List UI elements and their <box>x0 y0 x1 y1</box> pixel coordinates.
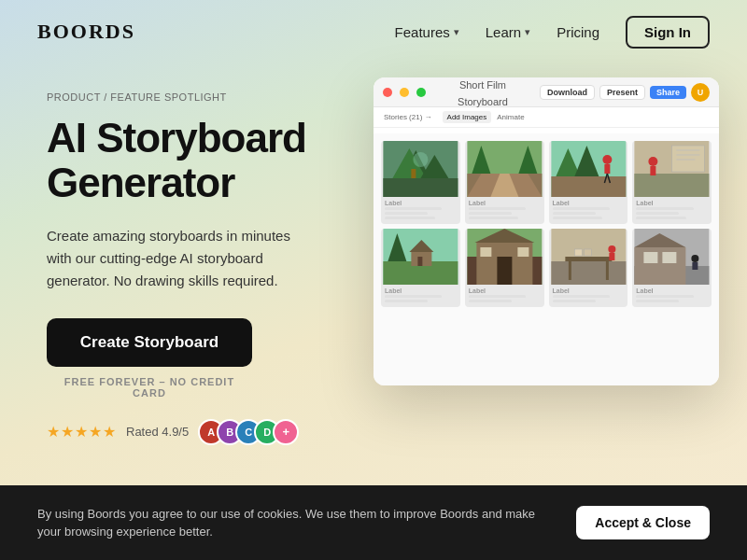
scene-line-19 <box>636 295 693 298</box>
svg-rect-40 <box>480 247 491 257</box>
scene-cell-5[interactable]: Label <box>381 229 460 307</box>
svg-point-17 <box>602 155 612 164</box>
window-title-bar: Short Film Storyboard <box>433 77 532 109</box>
storyboard-body: Label <box>374 133 719 385</box>
animate-label[interactable]: Animate <box>497 113 524 121</box>
scene-image-7 <box>549 229 628 285</box>
window-dot-green[interactable] <box>416 88 426 97</box>
add-images-label[interactable]: Add Images <box>443 111 492 123</box>
scene-line-9 <box>553 217 603 219</box>
scene-meta-6: Label <box>465 285 544 307</box>
nav-pricing[interactable]: Pricing <box>557 24 599 40</box>
scene-line-18 <box>553 300 596 302</box>
scene-cell-7[interactable]: Label <box>549 229 628 307</box>
svg-rect-14 <box>551 176 626 197</box>
rating-text: Rated 4.9/5 <box>126 425 189 439</box>
scene-line-16 <box>469 300 512 302</box>
scene-line-10 <box>636 207 693 210</box>
scene-label-4: Label <box>636 200 708 206</box>
svg-point-47 <box>608 245 615 253</box>
scene-line-3 <box>385 217 435 219</box>
scene-line-11 <box>636 212 679 215</box>
free-label: FREE FOREVER – NO CREDIT CARD <box>47 376 252 399</box>
signin-button[interactable]: Sign In <box>626 16 710 49</box>
scene-cell-2[interactable]: Label <box>465 141 544 224</box>
nav-links: Features ▾ Learn ▾ Pricing Sign In <box>395 16 710 49</box>
hero-description: Create amazing storyboards in minutes wi… <box>47 225 317 292</box>
nav-learn[interactable]: Learn ▾ <box>486 24 530 40</box>
scene-label-7: Label <box>553 287 625 294</box>
scene-image-8 <box>632 229 712 285</box>
scene-meta-1: Label <box>381 197 460 224</box>
scene-image-1 <box>381 141 460 197</box>
scene-cell-1[interactable]: Label <box>381 141 460 224</box>
scene-image-6 <box>465 229 544 285</box>
rating-row: ★★★★★ Rated 4.9/5 A B C D + <box>47 419 345 445</box>
download-button[interactable]: Download <box>540 85 595 100</box>
present-button[interactable]: Present <box>599 85 645 100</box>
accept-cookies-button[interactable]: Accept & Close <box>576 506 710 539</box>
window-dot-yellow[interactable] <box>400 88 409 97</box>
svg-rect-58 <box>693 262 698 270</box>
scene-label-8: Label <box>636 287 708 294</box>
svg-rect-50 <box>584 249 591 256</box>
star-rating: ★★★★★ <box>47 423 117 441</box>
scene-line-8 <box>553 212 596 215</box>
scene-label-1: Label <box>385 200 457 206</box>
scene-cell-8[interactable]: Label <box>632 229 712 307</box>
share-button[interactable]: Share <box>650 86 686 99</box>
scene-line-6 <box>469 217 519 219</box>
user-avatar-icon: U <box>691 83 710 102</box>
svg-rect-48 <box>609 253 614 260</box>
scene-meta-2: Label <box>465 197 544 224</box>
scene-label-5: Label <box>385 287 457 294</box>
scene-image-5 <box>381 229 460 285</box>
scene-cell-3[interactable]: Label <box>549 141 628 224</box>
svg-point-27 <box>649 157 658 166</box>
scene-cell-4[interactable]: Label <box>632 141 712 224</box>
svg-rect-34 <box>417 257 422 266</box>
hero-right: Short Film Storyboard Download Present S… <box>374 77 719 385</box>
scene-label-3: Label <box>553 200 625 206</box>
svg-rect-5 <box>411 169 416 178</box>
scene-line-12 <box>636 217 686 219</box>
svg-rect-1 <box>383 178 458 197</box>
svg-rect-56 <box>663 252 677 263</box>
scene-line-20 <box>636 300 679 302</box>
scene-line-5 <box>469 212 512 215</box>
scene-image-2 <box>465 141 544 197</box>
scene-image-4 <box>632 141 712 197</box>
scene-line-14 <box>385 300 428 302</box>
scene-line-2 <box>385 212 428 215</box>
scene-label-2: Label <box>469 200 541 206</box>
hero-left: PRODUCT / FEATURE SPOTLIGHT AI Storyboar… <box>47 82 345 445</box>
breadcrumb: PRODUCT / FEATURE SPOTLIGHT <box>47 91 345 103</box>
svg-rect-41 <box>517 247 529 257</box>
cookie-text: By using Boords you agree to our use of … <box>37 505 560 541</box>
window-actions: Download Present Share U <box>540 83 710 102</box>
nav-features[interactable]: Features ▾ <box>395 24 459 40</box>
scene-line-13 <box>385 295 442 298</box>
scene-line-1 <box>385 207 442 210</box>
window-dot-red[interactable] <box>383 88 392 97</box>
svg-rect-22 <box>635 174 710 197</box>
hero-title: AI Storyboard Generator <box>47 116 345 206</box>
user-avatars: A B C D + <box>198 419 299 445</box>
svg-rect-55 <box>644 252 658 263</box>
scene-line-4 <box>469 207 526 210</box>
scene-label-6: Label <box>469 287 541 294</box>
scene-row-2: Label <box>381 229 712 307</box>
svg-rect-18 <box>604 164 610 174</box>
subtitle-label: Stories (21) → <box>379 111 437 123</box>
create-storyboard-button[interactable]: Create Storyboard <box>47 318 252 367</box>
storyboard-window: Short Film Storyboard Download Present S… <box>374 77 719 385</box>
hero-section: PRODUCT / FEATURE SPOTLIGHT AI Storyboar… <box>0 63 747 445</box>
svg-rect-49 <box>574 249 582 256</box>
svg-point-6 <box>413 152 428 167</box>
svg-rect-28 <box>651 166 656 175</box>
logo[interactable]: BOORDS <box>37 20 135 44</box>
scene-cell-6[interactable]: Label <box>465 229 544 307</box>
features-chevron-icon: ▾ <box>454 26 459 38</box>
scene-line-7 <box>553 207 610 210</box>
scene-meta-4: Label <box>632 197 712 224</box>
